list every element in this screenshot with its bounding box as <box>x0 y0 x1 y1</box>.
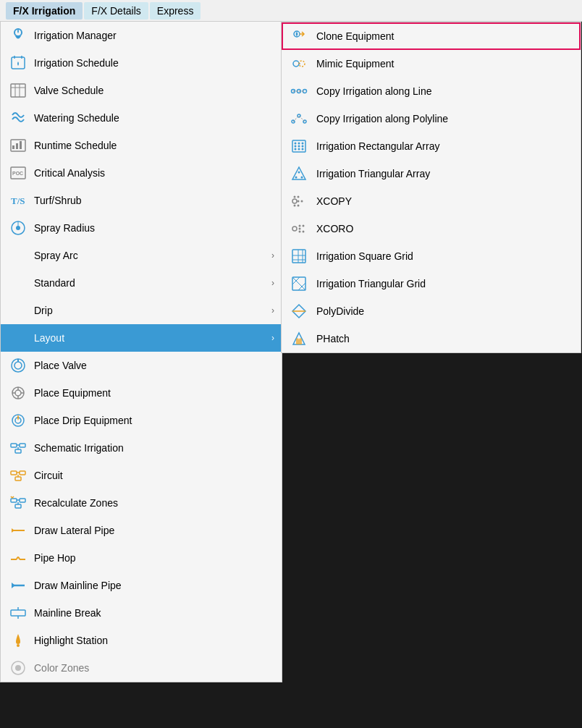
svg-point-79 <box>295 177 298 179</box>
submenu-item-square-grid[interactable]: Irrigation Square Grid <box>282 242 581 270</box>
mimic-equipment-icon <box>289 54 309 74</box>
triangular-grid-icon <box>289 274 309 294</box>
triangular-array-label: Irrigation Triangular Array <box>316 168 573 179</box>
clone-equipment-icon <box>289 26 309 46</box>
spray-arc-label: Spray Arc <box>34 250 271 261</box>
menu-item-express[interactable]: Express <box>150 2 201 20</box>
svg-rect-40 <box>15 504 21 508</box>
irrigation-manager-label: Irrigation Manager <box>34 30 274 41</box>
xcopy-label: XCOPY <box>316 195 573 207</box>
mainline-break-label: Mainline Break <box>34 607 274 619</box>
menu-item-turf-shrub[interactable]: T/S Turf/Shrub <box>1 187 282 214</box>
submenu-item-clone-equipment[interactable]: Clone Equipment <box>282 22 581 50</box>
submenu-layout: Clone Equipment Mimic Equipment Copy Irr… <box>281 22 581 353</box>
svg-point-52 <box>17 644 20 647</box>
svg-point-92 <box>303 231 305 233</box>
submenu-item-copy-along-polyline[interactable]: Copy Irrigation along Polyline <box>282 105 581 132</box>
menu-item-place-drip-equipment[interactable]: Place Drip Equipment <box>1 407 282 434</box>
menu-item-layout[interactable]: Layout › <box>1 324 282 352</box>
submenu-item-polydivide[interactable]: PolyDivide <box>282 297 581 325</box>
menu-item-spray-radius[interactable]: Spray Radius <box>1 214 282 242</box>
svg-point-90 <box>303 225 305 227</box>
draw-lateral-pipe-icon <box>8 520 28 541</box>
recalculate-zones-label: Recalculate Zones <box>34 497 274 509</box>
menu-item-valve-schedule[interactable]: Valve Schedule <box>1 77 282 104</box>
layout-label: Layout <box>34 332 271 344</box>
submenu-item-xcoro[interactable]: XCORO <box>282 215 581 242</box>
menu-item-draw-lateral-pipe[interactable]: Draw Lateral Pipe <box>1 517 282 544</box>
svg-point-21 <box>15 390 21 396</box>
critical-analysis-label: Critical Analysis <box>34 167 274 179</box>
svg-rect-9 <box>12 145 14 149</box>
svg-rect-30 <box>15 449 21 453</box>
square-grid-label: Irrigation Square Grid <box>316 250 573 262</box>
rectangular-array-icon <box>289 136 309 156</box>
menu-item-draw-mainline-pipe[interactable]: Draw Mainline Pipe <box>1 572 282 599</box>
circuit-label: Circuit <box>34 470 274 481</box>
menu-item-pipe-hop[interactable]: Pipe Hop <box>1 544 282 572</box>
menu-item-fx-details[interactable]: F/X Details <box>84 2 148 20</box>
menu-item-schematic-irrigation[interactable]: Schematic Irrigation <box>1 434 282 462</box>
submenu-item-copy-along-line[interactable]: Copy Irrigation along Line <box>282 77 581 105</box>
menu-item-recalculate-zones[interactable]: Recalculate Zones <box>1 489 282 517</box>
submenu-item-phatch[interactable]: PHatch <box>282 325 581 352</box>
menu-item-fx-irrigation[interactable]: F/X Irrigation <box>6 2 83 20</box>
menu-item-standard[interactable]: Standard › <box>1 269 282 297</box>
irrigation-manager-icon <box>8 25 28 46</box>
svg-point-86 <box>298 205 300 207</box>
phatch-label: PHatch <box>316 333 573 344</box>
irrigation-schedule-label: Irrigation Schedule <box>34 57 274 69</box>
turf-shrub-label: Turf/Shrub <box>34 195 274 206</box>
svg-rect-39 <box>20 499 25 502</box>
submenu-item-triangular-grid[interactable]: Irrigation Triangular Grid <box>282 270 581 297</box>
submenu-item-triangular-array[interactable]: Irrigation Triangular Array <box>282 160 581 187</box>
submenu-item-xcopy[interactable]: XCOPY <box>282 187 581 215</box>
phatch-icon <box>289 329 309 349</box>
svg-point-71 <box>295 145 297 148</box>
svg-point-89 <box>299 225 301 227</box>
svg-point-91 <box>299 228 301 230</box>
menu-item-circuit[interactable]: Circuit <box>1 462 282 489</box>
submenu-item-rectangular-array[interactable]: Irrigation Rectangular Array <box>282 132 581 160</box>
critical-analysis-icon: POC <box>8 163 28 183</box>
rectangular-array-label: Irrigation Rectangular Array <box>316 140 573 152</box>
menu-item-irrigation-manager[interactable]: Irrigation Manager <box>1 22 282 49</box>
draw-mainline-pipe-label: Draw Mainline Pipe <box>34 580 274 591</box>
menu-item-spray-arc[interactable]: Spray Arc › <box>1 242 282 269</box>
runtime-schedule-icon <box>8 135 28 156</box>
standard-arrow: › <box>271 278 274 288</box>
mimic-equipment-label: Mimic Equipment <box>316 58 573 69</box>
svg-point-82 <box>294 196 296 198</box>
menu-item-watering-schedule[interactable]: Watering Schedule <box>1 104 282 132</box>
svg-point-75 <box>298 148 300 151</box>
svg-point-18 <box>14 362 22 369</box>
svg-point-74 <box>295 148 297 151</box>
menu-item-runtime-schedule[interactable]: Runtime Schedule <box>1 132 282 159</box>
triangular-array-icon <box>289 164 309 184</box>
copy-along-polyline-icon <box>289 109 309 129</box>
place-drip-equipment-icon <box>8 410 28 431</box>
svg-line-100 <box>292 277 305 290</box>
svg-rect-10 <box>16 143 18 149</box>
draw-lateral-pipe-label: Draw Lateral Pipe <box>34 525 274 536</box>
spray-arc-arrow: › <box>271 250 274 261</box>
menu-item-highlight-station[interactable]: Highlight Station <box>1 627 282 654</box>
submenu-item-mimic-equipment[interactable]: Mimic Equipment <box>282 50 581 77</box>
highlight-station-label: Highlight Station <box>34 635 274 646</box>
menu-item-drip[interactable]: Drip › <box>1 297 282 324</box>
color-zones-label: Color Zones <box>34 662 274 674</box>
menu-item-irrigation-schedule[interactable]: Irrigation Schedule <box>1 49 282 77</box>
copy-along-line-label: Copy Irrigation along Line <box>316 85 573 97</box>
svg-rect-28 <box>11 444 17 447</box>
main-dropdown: Irrigation Manager Irrigation Schedule V… <box>0 22 282 682</box>
menu-item-critical-analysis[interactable]: POC Critical Analysis <box>1 159 282 187</box>
menu-item-mainline-break[interactable]: Mainline Break <box>1 599 282 627</box>
svg-point-87 <box>301 200 303 203</box>
menu-item-place-valve[interactable]: Place Valve <box>1 352 282 379</box>
menu-item-place-equipment[interactable]: Place Equipment <box>1 379 282 407</box>
standard-icon <box>8 273 28 293</box>
circuit-icon <box>8 465 28 486</box>
polydivide-label: PolyDivide <box>316 305 573 317</box>
color-zones-icon <box>8 658 28 678</box>
copy-along-polyline-label: Copy Irrigation along Polyline <box>316 113 573 124</box>
